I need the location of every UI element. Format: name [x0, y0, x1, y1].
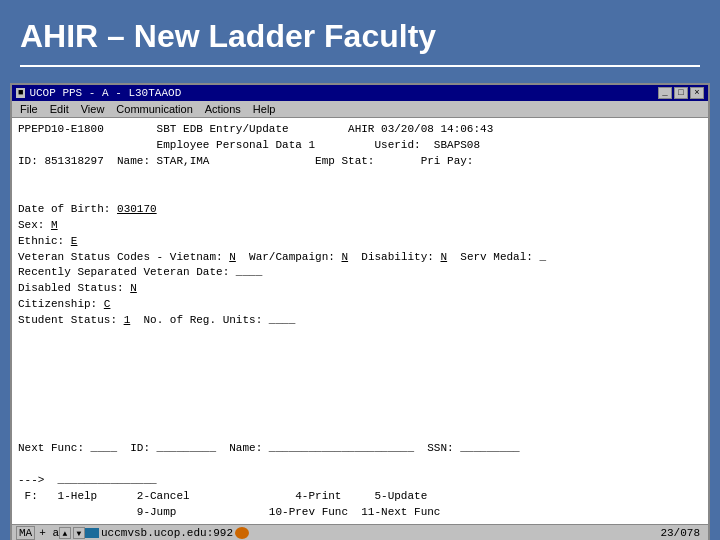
menu-communication[interactable]: Communication — [110, 102, 198, 116]
window-title-bar: ■ UCOP PPS - A - L30TAAOD _ □ × — [12, 85, 708, 101]
term-line-veteran: Veteran Status Codes - Vietnam: N War/Ca… — [18, 250, 702, 266]
term-line-citizenship: Citizenship: C — [18, 297, 702, 313]
dob-value: 030170 — [117, 203, 157, 215]
window-title-text: UCOP PPS - A - L30TAAOD — [29, 87, 181, 99]
status-command: + a — [39, 527, 59, 539]
nav-arrows: ▲ ▼ — [59, 527, 85, 539]
term-line-blank5 — [18, 393, 702, 409]
term-line-2: Employee Personal Data 1 Userid: SBAPS08 — [18, 138, 702, 154]
scroll-up-btn[interactable]: ▲ — [59, 527, 71, 539]
term-line-disabled: Disabled Status: N — [18, 281, 702, 297]
ethnic-value: E — [71, 235, 78, 247]
window-title-left: ■ UCOP PPS - A - L30TAAOD — [16, 87, 181, 99]
menu-actions[interactable]: Actions — [199, 102, 247, 116]
vet-disability: N — [441, 251, 448, 263]
term-line-blank2 — [18, 345, 702, 361]
term-line-blank7 — [18, 425, 702, 441]
term-line-blank1 — [18, 329, 702, 345]
term-line-blank6 — [18, 409, 702, 425]
term-line-sex: Sex: M — [18, 218, 702, 234]
term-line-blank8 — [18, 457, 702, 473]
close-button[interactable]: × — [690, 87, 704, 99]
term-line-dob: Date of Birth: 030170 — [18, 202, 702, 218]
minimize-button[interactable]: _ — [658, 87, 672, 99]
term-line-blank4 — [18, 377, 702, 393]
server-address: uccmvsb.ucop.edu:992 — [101, 527, 233, 539]
globe-icon — [235, 527, 249, 539]
header-divider — [20, 65, 700, 67]
terminal-display: PPEPD10-E1800 SBT EDB Entry/Update AHIR … — [12, 118, 708, 524]
vet-vietnam: N — [229, 251, 236, 263]
menu-view[interactable]: View — [75, 102, 111, 116]
citizenship-value: C — [104, 298, 111, 310]
vet-war: N — [341, 251, 348, 263]
term-line-4 — [18, 170, 702, 186]
term-line-student: Student Status: 1 No. of Reg. Units: ___… — [18, 313, 702, 329]
menu-bar: File Edit View Communication Actions Hel… — [12, 101, 708, 118]
term-line-3: ID: 851318297 Name: STAR,IMA Emp Stat: P… — [18, 154, 702, 170]
maximize-button[interactable]: □ — [674, 87, 688, 99]
app-icon: ■ — [16, 88, 25, 98]
term-line-next: Next Func: ____ ID: _________ Name: ____… — [18, 441, 702, 457]
page-title: AHIR – New Ladder Faculty — [20, 18, 700, 55]
application-window: ■ UCOP PPS - A - L30TAAOD _ □ × File Edi… — [10, 83, 710, 540]
student-value: 1 — [124, 314, 131, 326]
term-line-f1: F: 1-Help 2-Cancel 4-Print 5-Update — [18, 489, 702, 505]
term-line-vet-date: Recently Separated Veteran Date: ____ — [18, 265, 702, 281]
menu-file[interactable]: File — [14, 102, 44, 116]
menu-help[interactable]: Help — [247, 102, 282, 116]
window-controls: _ □ × — [658, 87, 704, 99]
term-line-5 — [18, 186, 702, 202]
status-mode: MA — [16, 526, 35, 540]
term-line-ethnic: Ethnic: E — [18, 234, 702, 250]
term-line-blank3 — [18, 361, 702, 377]
page-header: AHIR – New Ladder Faculty — [0, 0, 720, 79]
term-line-1: PPEPD10-E1800 SBT EDB Entry/Update AHIR … — [18, 122, 702, 138]
server-info: uccmvsb.ucop.edu:992 — [85, 527, 249, 539]
position-indicator: 23/078 — [660, 527, 704, 539]
network-icon — [85, 528, 99, 538]
status-bar: MA + a ▲ ▼ uccmvsb.ucop.edu:992 23/078 — [12, 524, 708, 540]
sex-value: M — [51, 219, 58, 231]
disabled-value: N — [130, 282, 137, 294]
term-line-arrow: ---> _______________ — [18, 473, 702, 489]
status-left: MA + a — [16, 526, 59, 540]
scroll-down-btn[interactable]: ▼ — [73, 527, 85, 539]
menu-edit[interactable]: Edit — [44, 102, 75, 116]
term-line-f2: 9-Jump 10-Prev Func 11-Next Func — [18, 505, 702, 521]
